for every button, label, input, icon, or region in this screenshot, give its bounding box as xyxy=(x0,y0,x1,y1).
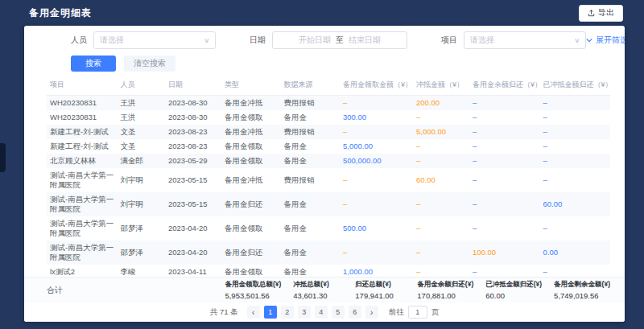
cell: 北京顾义林林 xyxy=(47,154,118,168)
summary-item: 已冲抵金额归还(¥)60.00 xyxy=(485,280,542,300)
project-select[interactable]: 请选择 ∨ xyxy=(464,31,586,49)
amount-cell: – xyxy=(540,110,611,125)
summary-item-value: 43,601.30 xyxy=(293,291,343,300)
amount-cell: – xyxy=(413,265,469,277)
project-select-placeholder: 请选择 xyxy=(470,35,494,46)
expand-filters-link[interactable]: 展开筛选 xyxy=(586,35,625,46)
cell: 李峻 xyxy=(118,265,166,277)
table-row[interactable]: 测试-南昌大学第一附属医院邵梦泽2023-04-20备用金归还备用金––100.… xyxy=(47,241,610,265)
person-select-placeholder: 请选择 xyxy=(100,35,124,46)
amount-cell: – xyxy=(340,192,413,216)
cell: 刘宇明 xyxy=(118,168,166,192)
cell: 2023-08-30 xyxy=(165,96,221,111)
table-row[interactable]: lx测试2李峻2023-04-11备用金领取备用金1,000.00––– xyxy=(47,265,610,277)
cell: 邵梦泽 xyxy=(118,241,166,265)
person-select[interactable]: 请选择 ∨ xyxy=(93,31,216,49)
person-filter-label: 人员 xyxy=(71,35,87,46)
page-button[interactable]: 1 xyxy=(264,306,277,319)
summary-item-value: 179,941.00 xyxy=(355,291,405,300)
page-list: 123456 xyxy=(264,306,361,319)
amount-cell: – xyxy=(469,154,540,168)
summary-item-label: 备用金剩余金额(¥) xyxy=(554,280,610,290)
cell: 2023-08-23 xyxy=(165,139,221,154)
column-header: 备用金余额归还（¥） xyxy=(469,76,540,96)
summary-item: 备用金领取总额(¥)5,953,501.56 xyxy=(225,280,281,300)
summary-row: 合计 备用金领取总额(¥)5,953,501.56冲抵总额(¥)43,601.3… xyxy=(24,277,625,302)
table-row[interactable]: 测试-南昌大学第一附属医院邵梦泽2023-04-20备用金领取备用金500.00… xyxy=(47,216,610,241)
export-button[interactable]: 导出 xyxy=(579,5,623,22)
cell: 备用金归还 xyxy=(221,241,281,265)
amount-cell: – xyxy=(340,96,413,111)
goto-page-input[interactable] xyxy=(408,306,427,319)
search-button[interactable]: 搜索 xyxy=(71,56,116,72)
amount-cell: 0.00 xyxy=(540,241,611,265)
cell: 文圣 xyxy=(118,125,166,139)
clear-search-button[interactable]: 清空搜索 xyxy=(124,56,175,72)
cell: lx测试2 xyxy=(47,265,118,277)
amount-cell: 60.00 xyxy=(540,192,611,216)
cell: 2023-05-29 xyxy=(165,154,221,168)
amount-cell: 60.00 xyxy=(413,168,469,192)
cell: 邵梦泽 xyxy=(118,216,166,241)
amount-cell: – xyxy=(340,125,413,139)
amount-cell: – xyxy=(469,216,540,241)
export-icon xyxy=(588,10,595,17)
cell: 费用报销 xyxy=(281,125,341,139)
page-button[interactable]: 3 xyxy=(298,306,311,319)
table-row[interactable]: 新建工程-刘-测试文圣2023-08-23备用金冲抵费用报销–5,000.00–… xyxy=(47,125,610,139)
amount-cell: – xyxy=(540,168,611,192)
summary-item-label: 冲抵总额(¥) xyxy=(293,280,343,290)
table-row[interactable]: 测试-南昌大学第一附属医院刘宇明2023-05-15备用金归还备用金–––60.… xyxy=(47,192,610,216)
column-header: 人员 xyxy=(118,76,166,96)
column-header: 冲抵金额（¥） xyxy=(413,76,469,96)
summary-item: 备用金余额归还(¥)170,881.00 xyxy=(417,280,473,300)
amount-cell: – xyxy=(413,192,469,216)
cell: 测试-南昌大学第一附属医院 xyxy=(47,168,118,192)
amount-cell: – xyxy=(469,96,540,111)
cell: 备用金 xyxy=(281,265,341,277)
summary-items: 备用金领取总额(¥)5,953,501.56冲抵总额(¥)43,601.30归还… xyxy=(225,280,610,300)
cell: 2023-04-11 xyxy=(165,265,221,277)
summary-item-value: 60.00 xyxy=(485,291,542,300)
cell: 测试-南昌大学第一附属医院 xyxy=(47,216,118,241)
export-label: 导出 xyxy=(598,7,614,19)
prev-page-button[interactable]: ‹ xyxy=(247,306,260,319)
amount-cell: – xyxy=(540,265,611,277)
amount-cell: 5,000.00 xyxy=(413,125,469,139)
table-row[interactable]: WH20230831王洪2023-08-30备用金冲抵费用报销–200.00–– xyxy=(47,96,610,111)
amount-cell: – xyxy=(469,192,540,216)
table-row[interactable]: 测试-南昌大学第一附属医院刘宇明2023-05-15备用金冲抵费用报销–60.0… xyxy=(47,168,610,192)
table-row[interactable]: 北京顾义林林满金郎2023-05-29备用金领取备用金500,000.00––– xyxy=(47,154,610,168)
amount-cell: 500.00 xyxy=(340,216,413,241)
summary-item-label: 备用金领取总额(¥) xyxy=(225,280,281,290)
table-row[interactable]: 新建工程-刘-测试文圣2023-08-23备用金领取备用金5,000.00––– xyxy=(47,139,610,154)
table-row[interactable]: WH20230831王洪2023-08-30备用金领取备用金300.00––– xyxy=(47,110,610,125)
next-page-button[interactable]: › xyxy=(365,306,378,319)
page-button[interactable]: 4 xyxy=(315,306,328,319)
chevron-down-icon: ∨ xyxy=(574,37,580,44)
page-button[interactable]: 6 xyxy=(349,306,361,319)
summary-item: 冲抵总额(¥)43,601.30 xyxy=(293,280,343,300)
amount-cell: – xyxy=(413,216,469,241)
cell: 备用金 xyxy=(281,216,341,241)
summary-item: 备用金剩余金额(¥)5,749,019.56 xyxy=(554,280,610,300)
amount-cell: 100.00 xyxy=(469,241,540,265)
chevron-down-icon xyxy=(586,37,592,43)
date-start-placeholder: 开始日期 xyxy=(299,35,331,46)
cell: 备用金冲抵 xyxy=(221,96,281,111)
cell: 2023-05-15 xyxy=(165,192,221,216)
sidebar-drawer-handle[interactable] xyxy=(0,143,6,172)
cell: 王洪 xyxy=(118,96,166,111)
cell: 费用报销 xyxy=(281,168,341,192)
page-button[interactable]: 2 xyxy=(281,306,294,319)
cell: 刘宇明 xyxy=(118,192,166,216)
summary-item-label: 已冲抵金额归还(¥) xyxy=(485,280,542,290)
cell: 备用金领取 xyxy=(221,110,281,125)
date-range-picker[interactable]: 开始日期 至 结束日期 xyxy=(272,31,407,49)
amount-cell: 500,000.00 xyxy=(340,154,413,168)
page-button[interactable]: 5 xyxy=(332,306,345,319)
amount-cell: – xyxy=(469,265,540,277)
amount-cell: – xyxy=(469,168,540,192)
total-count-text: 共 71 条 xyxy=(210,307,238,318)
data-table: 项目人员日期类型数据来源备用金领取金额（¥）冲抵金额（¥）备用金余额归还（¥）已… xyxy=(47,76,610,277)
